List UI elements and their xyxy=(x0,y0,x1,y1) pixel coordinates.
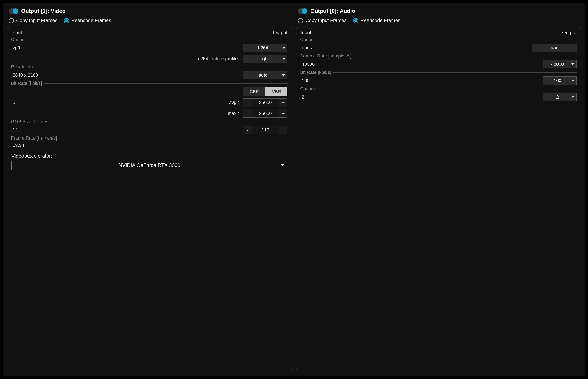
chevron-down-icon xyxy=(282,74,285,76)
bitrate-mode-row: CBR VBR xyxy=(11,86,288,97)
samplerate-row: 48000 48000 xyxy=(300,59,577,70)
io-input-label: Input xyxy=(301,30,311,36)
bitrate-avg-stepper: - 25000 + xyxy=(243,98,287,107)
radio-label: Copy Input Frames xyxy=(16,18,58,23)
resolution-group-label: Resolution xyxy=(11,64,288,70)
decrement-button[interactable]: - xyxy=(243,98,252,107)
audio-fieldset: Input Output Codec opus aac Sample Rate … xyxy=(296,27,581,370)
select-value: 160 xyxy=(554,78,561,83)
bitrate-input: 160 xyxy=(301,78,310,83)
decrement-button[interactable]: - xyxy=(243,110,252,117)
group-text: Codec xyxy=(11,37,24,42)
codec-group-label: Codec xyxy=(300,37,577,42)
gop-stepper: - 119 + xyxy=(243,126,287,134)
increment-button[interactable]: + xyxy=(279,98,287,107)
stepper-value[interactable]: 119 xyxy=(252,126,279,134)
gop-group-label: GOP Size [frames] xyxy=(11,119,288,125)
codec-output-select[interactable]: h264 xyxy=(243,44,287,52)
video-radio-reencode[interactable]: Reencode Frames xyxy=(64,18,111,23)
chevron-down-icon xyxy=(571,63,574,65)
video-title: Output [1]: Video xyxy=(21,8,65,14)
framerate-group-label: Frame Rate [frames/s] xyxy=(11,135,288,141)
audio-title: Output [0]: Audio xyxy=(310,8,355,14)
bitrate-avg-row: 0 avg.: - 25000 + xyxy=(11,97,288,108)
video-enable-toggle[interactable] xyxy=(9,8,18,14)
vbr-button[interactable]: VBR xyxy=(265,87,287,96)
bitrate-mode-segment: CBR VBR xyxy=(243,87,287,96)
group-text: Resolution xyxy=(11,64,33,70)
chevron-down-icon xyxy=(282,47,285,49)
increment-button[interactable]: + xyxy=(279,110,287,117)
codec-row: vp9 h264 xyxy=(11,42,288,53)
stepper-value[interactable]: 25000 xyxy=(252,110,279,117)
channels-group-label: Channels xyxy=(300,86,577,92)
select-value: 2 xyxy=(556,94,559,100)
bitrate-max-row: max.: - 25000 + xyxy=(11,108,288,119)
stepper-value[interactable]: 25000 xyxy=(252,98,279,107)
audio-header: Output [0]: Audio xyxy=(296,6,581,16)
bitrate-group-label: Bit Rate [kbit/s] xyxy=(11,81,288,86)
audio-bitrate-select[interactable]: 160 xyxy=(543,77,577,85)
group-text: Bit Rate [kbit/s] xyxy=(300,70,331,75)
framerate-input: 59.94 xyxy=(11,142,24,148)
channels-select[interactable]: 2 xyxy=(543,93,577,101)
max-label: max.: xyxy=(228,111,239,116)
audio-column: Output [0]: Audio Copy Input Frames Reen… xyxy=(296,6,581,370)
chevron-down-icon xyxy=(281,164,284,166)
cbr-button[interactable]: CBR xyxy=(243,87,265,96)
select-value: NVIDIA GeForce RTX 3060 xyxy=(119,162,180,168)
select-value: h264 xyxy=(258,45,268,50)
audio-bitrate-row: 160 160 xyxy=(300,75,577,86)
bitrate-max-stepper: - 25000 + xyxy=(243,109,287,118)
samplerate-group-label: Sample Rate [samples/s] xyxy=(300,53,577,59)
video-radio-copy[interactable]: Copy Input Frames xyxy=(9,18,58,23)
decrement-button[interactable]: - xyxy=(243,126,252,134)
resolution-input: 3840 x 2160 xyxy=(11,72,38,78)
profile-label: h.264 feature profile: xyxy=(196,56,239,62)
select-value: auto xyxy=(259,72,268,78)
io-header: Input Output xyxy=(11,30,288,37)
io-input-label: Input xyxy=(11,30,22,36)
samplerate-input: 48000 xyxy=(301,62,315,67)
codec-group-label: Codec xyxy=(11,37,288,42)
profile-select[interactable]: high xyxy=(243,55,287,63)
video-mode-radios: Copy Input Frames Reencode Frames xyxy=(7,16,292,27)
group-text: Channels xyxy=(300,86,320,92)
gop-row: 12 - 119 + xyxy=(11,125,288,135)
audio-enable-toggle[interactable] xyxy=(298,8,307,14)
chevron-down-icon xyxy=(282,58,285,60)
resolution-select[interactable]: auto xyxy=(243,71,287,79)
accelerator-label: Video Accelerator: xyxy=(11,150,288,161)
video-column: Output [1]: Video Copy Input Frames Reen… xyxy=(7,6,292,370)
codec-input: opus xyxy=(301,45,312,50)
resolution-row: 3840 x 2160 auto xyxy=(11,70,288,81)
radio-label: Reencode Frames xyxy=(361,18,400,23)
select-value: 48000 xyxy=(551,62,564,67)
chevron-down-icon xyxy=(571,80,574,81)
seg-label: CBR xyxy=(250,89,259,94)
audio-bitrate-group-label: Bit Rate [kbit/s] xyxy=(300,70,577,75)
channels-row: 2 2 xyxy=(300,92,577,103)
audio-radio-copy[interactable]: Copy Input Frames xyxy=(298,18,347,23)
bitrate-input: 0 xyxy=(11,100,15,105)
framerate-row: 59.94 xyxy=(11,141,288,150)
group-text: Bit Rate [kbit/s] xyxy=(11,81,42,86)
codec-output-value: aac xyxy=(532,44,577,52)
seg-label: VBR xyxy=(272,89,281,94)
profile-row: h.264 feature profile: high xyxy=(11,53,288,64)
group-text: Frame Rate [frames/s] xyxy=(11,135,57,141)
io-header: Input Output xyxy=(300,30,577,37)
gop-input: 12 xyxy=(11,127,18,133)
radio-label: Reencode Frames xyxy=(71,18,111,23)
accelerator-select[interactable]: NVIDIA GeForce RTX 3060 xyxy=(11,161,287,170)
settings-panel: Output [1]: Video Copy Input Frames Reen… xyxy=(2,2,586,377)
codec-input: vp9 xyxy=(11,45,20,50)
audio-codec-row: opus aac xyxy=(300,42,577,53)
samplerate-select[interactable]: 48000 xyxy=(543,60,577,68)
audio-radio-reencode[interactable]: Reencode Frames xyxy=(353,18,400,23)
video-fieldset: Input Output Codec vp9 h264 h.264 featur… xyxy=(7,27,292,370)
increment-button[interactable]: + xyxy=(279,126,287,134)
value-text: aac xyxy=(551,45,558,50)
io-output-label: Output xyxy=(562,30,577,36)
audio-mode-radios: Copy Input Frames Reencode Frames xyxy=(296,16,581,27)
